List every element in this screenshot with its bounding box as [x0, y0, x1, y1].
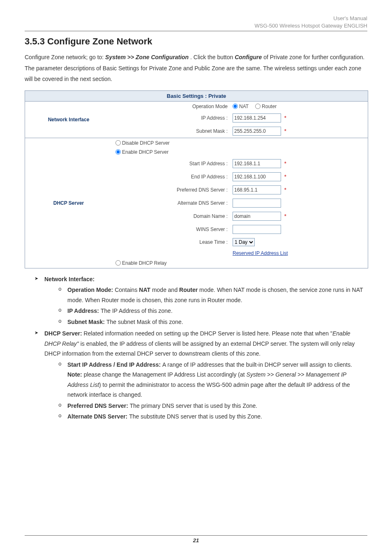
adns-bullet-label: Alternate DNS Server: — [67, 413, 129, 420]
panel-title: Basic Settings : Private — [25, 91, 368, 102]
start-ip-input[interactable] — [233, 159, 281, 168]
operation-mode-router-radio[interactable] — [255, 104, 261, 109]
description-list: Network Interface: Operation Mode: Conta… — [25, 274, 367, 422]
dhcp-bullet-pre: Related information needed on setting up… — [83, 330, 332, 337]
required-marker: * — [284, 161, 286, 166]
required-marker: * — [284, 174, 286, 180]
ip-address-label: IP Address : — [113, 115, 230, 121]
enable-dhcp-relay-option[interactable]: Enable DHCP Relay — [115, 260, 167, 266]
required-marker: * — [284, 213, 286, 219]
intro-paragraph: Configure Zone network; go to: System >>… — [25, 52, 367, 85]
operation-mode-nat-word: NAT — [139, 287, 150, 293]
dhcp-server-heading: DHCP Server — [25, 138, 112, 268]
operation-mode-mid: mode and — [152, 287, 179, 293]
wins-server-label: WINS Server : — [113, 227, 230, 232]
page-header: User's Manual WSG-500 Wireless Hotspot G… — [25, 15, 367, 31]
enable-dhcp-option[interactable]: Enable DHCP Server — [115, 149, 168, 155]
lease-time-select[interactable]: 1 Day — [233, 238, 255, 246]
intro-configure-word: Configure — [235, 54, 262, 60]
disable-dhcp-text: Disable DHCP Server — [122, 140, 170, 146]
list-item: Preferred DNS Server: The primary DNS se… — [58, 401, 367, 411]
list-item: Operation Mode: Contains NAT mode and Ro… — [58, 285, 367, 305]
operation-mode-router-word: Router — [179, 287, 198, 293]
required-marker: * — [284, 128, 286, 134]
alternate-dns-label: Alternate DNS Server : — [113, 200, 230, 206]
list-item: IP Address: The IP Address of this zone. — [58, 306, 367, 316]
intro-mid: . Click the button — [190, 54, 235, 60]
list-item: Start IP Address / End IP Address: A ran… — [58, 360, 367, 400]
startend-bullet-text: A range of IP addresses that the built-i… — [162, 361, 352, 368]
list-item: DHCP Server: Related information needed … — [35, 328, 367, 422]
preferred-dns-label: Preferred DNS Server : — [113, 187, 230, 193]
header-line2: WSG-500 Wireless Hotspot Gateway ENGLISH — [25, 22, 367, 30]
operation-mode-nat[interactable]: NAT — [233, 104, 249, 109]
basic-settings-panel: Basic Settings : Private Network Interfa… — [25, 90, 368, 268]
dhcp-bullet-post: is enabled, the IP address of clients wi… — [44, 340, 355, 357]
dhcp-bullet-head: DHCP Server: — [44, 330, 83, 337]
enable-dhcp-radio[interactable] — [115, 149, 121, 155]
note-post: ) to permit the administrator to access … — [67, 382, 350, 398]
page-number: 21 — [193, 537, 199, 543]
required-marker: * — [284, 115, 286, 121]
start-ip-label: Start IP Address : — [113, 161, 230, 166]
header-line1: User's Manual — [25, 15, 367, 22]
operation-mode-nat-radio[interactable] — [233, 104, 238, 109]
header-lang: ENGLISH — [344, 23, 367, 29]
list-item: Subnet Mask: The subnet Mask of this zon… — [58, 317, 367, 327]
pdns-bullet-text: The primary DNS server that is used by t… — [130, 402, 257, 409]
wins-server-input[interactable] — [233, 225, 281, 234]
subnet-mask-label: Subnet Mask : — [113, 128, 230, 134]
intro-pre: Configure Zone network; go to: — [25, 54, 105, 60]
ip-bullet-text: The IP Address of this zone. — [101, 308, 173, 314]
network-interface-bullet-head: Network Interface: — [44, 276, 95, 282]
operation-mode-pre: Contains — [115, 287, 139, 293]
operation-mode-nat-text: NAT — [239, 104, 249, 109]
operation-mode-router-text: Router — [262, 104, 277, 109]
ip-address-input[interactable] — [233, 113, 281, 123]
domain-name-label: Domain Name : — [113, 213, 230, 219]
intro-nav-path: System >> Zone Configuration — [105, 54, 189, 60]
operation-mode-router[interactable]: Router — [255, 104, 277, 109]
preferred-dns-input[interactable] — [233, 185, 281, 194]
startend-bullet-label: Start IP Address / End IP Address: — [67, 361, 162, 368]
operation-mode-bullet-label: Operation Mode: — [67, 287, 115, 293]
section-title: 3.5.3 Configure Zone Network — [25, 36, 367, 47]
note-label: Note: — [67, 371, 82, 378]
header-product: WSG-500 Wireless Hotspot Gateway — [254, 23, 344, 29]
pdns-bullet-label: Preferred DNS Server: — [67, 402, 130, 409]
end-ip-input[interactable] — [233, 172, 281, 181]
required-marker: * — [284, 187, 286, 193]
enable-dhcp-relay-text: Enable DHCP Relay — [122, 260, 167, 266]
subnet-mask-input[interactable] — [233, 127, 281, 136]
enable-dhcp-relay-radio[interactable] — [115, 260, 121, 266]
note-pre: please change the Management IP Address … — [84, 371, 247, 378]
operation-mode-label: Operation Mode — [113, 104, 230, 109]
enable-dhcp-text: Enable DHCP Server — [122, 149, 168, 155]
lease-time-label: Lease Time : — [113, 239, 230, 245]
panel-table: Network Interface Operation Mode NAT Rou… — [25, 102, 368, 268]
adns-bullet-text: The substitute DNS server that is used b… — [129, 413, 262, 420]
list-item: Network Interface: Operation Mode: Conta… — [35, 274, 367, 327]
page-footer: 21 — [25, 535, 367, 543]
disable-dhcp-option[interactable]: Disable DHCP Server — [115, 140, 170, 146]
alternate-dns-input[interactable] — [233, 199, 281, 208]
list-item: Alternate DNS Server: The substitute DNS… — [58, 412, 367, 422]
reserved-ip-link[interactable]: Reserved IP Address List — [233, 250, 288, 256]
disable-dhcp-radio[interactable] — [115, 140, 121, 146]
end-ip-label: End IP Address : — [113, 174, 230, 180]
mask-bullet-text: The subnet Mask of this zone. — [106, 319, 183, 325]
mask-bullet-label: Subnet Mask: — [67, 319, 106, 325]
network-interface-heading: Network Interface — [25, 102, 112, 138]
ip-bullet-label: IP Address: — [67, 308, 101, 314]
domain-name-input[interactable] — [233, 212, 281, 221]
